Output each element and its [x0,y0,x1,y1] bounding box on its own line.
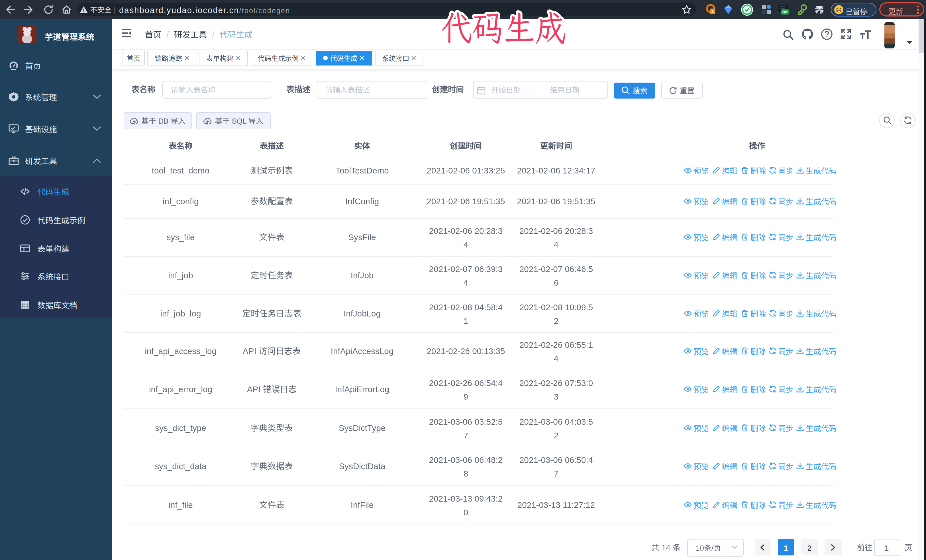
svg-text:on: on [782,9,788,14]
svg-text:代码生成: 代码生成 [441,4,566,50]
svg-text:1: 1 [711,9,714,14]
